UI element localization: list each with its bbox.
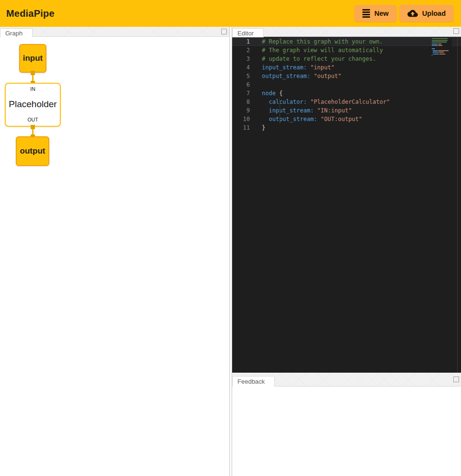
code-line: 5output_stream: "output" [232,72,461,80]
code-line: 7node { [232,89,461,98]
code-lines: 1# Replace this graph with your own.2# T… [232,37,461,132]
editor-maximize-icon[interactable] [453,28,459,34]
code-line: 9 input_stream: "IN:input" [232,106,461,115]
cloud-upload-icon [407,9,418,18]
upload-button[interactable]: Upload [399,5,454,22]
graph-tab-label: Graph [5,30,22,37]
input-output-port [31,71,35,75]
graph-panel: Graph input IN Placeholder OUT output [0,27,229,476]
tab-feedback[interactable]: Feedback [232,376,275,387]
feedback-content [232,387,461,476]
app-header: MediaPipe New Upload [0,0,461,27]
upload-button-label: Upload [422,10,446,17]
graph-node-output[interactable]: output [16,136,49,166]
new-button[interactable]: New [354,5,397,22]
reorder-icon [362,9,370,18]
out-port-label: OUT [27,117,38,122]
page-title: MediaPipe [6,8,55,19]
tab-editor[interactable]: Editor [232,28,264,37]
graph-tabbar: Graph [0,27,229,37]
code-line: 1# Replace this graph with your own. [232,37,461,46]
right-column: Editor 1# Replace this graph with your o… [232,27,461,476]
editor-minimap[interactable] [432,38,452,57]
code-line: 2# The graph view will automatically [232,46,461,55]
graph-maximize-icon[interactable] [221,29,227,34]
graph-canvas: input IN Placeholder OUT output [0,37,229,476]
in-port-label: IN [30,86,35,92]
feedback-tabbar: Feedback [232,373,461,387]
tab-graph[interactable]: Graph [0,28,33,37]
code-line: 8 calculator: "PlaceholderCalculator" [232,98,461,106]
code-line: 4input_stream: "input" [232,63,461,72]
feedback-maximize-icon[interactable] [453,376,459,382]
graph-node-placeholder[interactable]: IN Placeholder OUT [5,83,61,127]
output-node-label: output [20,146,45,156]
feedback-tab-label: Feedback [237,378,265,385]
graph-node-input[interactable]: input [19,44,46,73]
input-node-label: input [23,54,43,63]
header-actions: New Upload [354,5,457,22]
code-line: 10 output_stream: "OUT:output" [232,115,461,123]
code-editor[interactable]: 1# Replace this graph with your own.2# T… [232,37,461,373]
placeholder-node-label: Placeholder [9,99,56,110]
placeholder-out-port [31,125,35,129]
overview-ruler [457,37,458,373]
editor-tabbar: Editor [232,27,461,37]
code-line: 11} [232,123,461,132]
new-button-label: New [374,10,389,17]
code-line: 3# update to reflect your changes. [232,55,461,63]
editor-tab-label: Editor [237,30,254,37]
code-line: 6 [232,80,461,89]
